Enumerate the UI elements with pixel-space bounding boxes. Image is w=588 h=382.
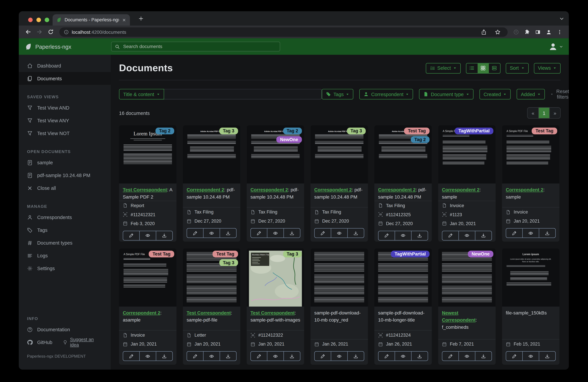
tag-badge[interactable]: Tag 3	[219, 259, 238, 266]
correspondent-link[interactable]: Test Correspondent	[187, 310, 231, 316]
tag-badge[interactable]: Test Tag	[213, 251, 238, 257]
sidebar-item-correspondents[interactable]: Correspondents	[19, 211, 111, 223]
document-thumbnail[interactable]: A Simple PDF FileTagWithPartial	[438, 125, 496, 183]
document-title[interactable]: file-sample_150kBs	[506, 310, 556, 317]
filter-added-button[interactable]: Added	[517, 89, 545, 100]
download-button[interactable]	[475, 231, 491, 240]
extension-circle-icon[interactable]	[513, 29, 519, 35]
document-card[interactable]: Adobe Acrobat PDF FilesTag 3Corresponden…	[183, 125, 240, 241]
view-button[interactable]	[267, 228, 283, 238]
edit-button[interactable]	[506, 228, 522, 238]
side-panel-icon[interactable]	[535, 29, 541, 35]
edit-button[interactable]	[442, 352, 458, 361]
filter-correspondent-button[interactable]: Correspondent	[359, 89, 413, 100]
view-button[interactable]	[139, 231, 156, 240]
correspondent-link[interactable]: Correspondent 2	[123, 310, 160, 316]
download-button[interactable]	[347, 228, 364, 238]
view-button[interactable]	[522, 352, 539, 361]
edit-button[interactable]	[123, 352, 139, 361]
document-thumbnail[interactable]: Adobe Acrobat PDF FilesTag 2NewOne	[247, 125, 304, 183]
document-title[interactable]: Test Correspondent: sample-pdf-with-imag…	[251, 310, 300, 324]
download-button[interactable]	[347, 352, 364, 361]
download-button[interactable]	[539, 352, 555, 361]
edit-button[interactable]	[123, 231, 139, 240]
document-title[interactable]: Correspondent 2: pdf-sample 10.24.48 PM	[314, 186, 364, 201]
correspondent-link[interactable]: Correspondent 2	[187, 187, 224, 193]
document-card[interactable]: A Simple PDF FileTagWithPartialCorrespon…	[438, 125, 496, 241]
download-button[interactable]	[283, 352, 300, 361]
document-thumbnail[interactable]: Test TagTag 3	[183, 248, 240, 307]
tag-badge[interactable]: Tag 3	[347, 127, 366, 134]
user-menu[interactable]	[548, 42, 563, 51]
view-button[interactable]	[331, 228, 347, 238]
brand[interactable]: Paperless-ngx	[25, 43, 111, 50]
sidebar-item-open-doc-pdf-sample[interactable]: pdf-sample 10.24.48 PM	[19, 169, 111, 181]
tab-close-icon[interactable]	[122, 18, 126, 22]
suggest-idea-link[interactable]: Suggest an idea	[63, 337, 103, 348]
sidebar-item-open-doc-sample[interactable]: sample	[19, 156, 111, 169]
download-button[interactable]	[475, 352, 491, 361]
document-card[interactable]: A Simple PDF FileTest TagCorrespondent 2…	[502, 125, 559, 241]
document-thumbnail[interactable]	[311, 248, 368, 307]
global-search[interactable]	[111, 42, 280, 51]
select-button[interactable]: Select	[426, 63, 461, 73]
document-thumbnail[interactable]: TagWithPartial	[374, 248, 432, 307]
edit-button[interactable]	[315, 228, 331, 238]
extensions-puzzle-icon[interactable]	[524, 29, 530, 35]
document-title[interactable]: Newest Correspondent: f_combineds	[442, 310, 492, 331]
document-card[interactable]: Adobe Acrobat PDF FilesTest TagTag 2Corr…	[374, 125, 432, 241]
tag-badge[interactable]: Tag 3	[219, 127, 238, 134]
tag-badge[interactable]: NewOne	[276, 136, 302, 143]
document-thumbnail[interactable]: NewOne	[438, 248, 496, 307]
download-button[interactable]	[220, 352, 236, 361]
view-button[interactable]	[522, 228, 539, 238]
reset-filters-button[interactable]: Reset filters	[551, 89, 569, 100]
tag-badge[interactable]: TagWithPartial	[455, 127, 493, 134]
filter-text-input[interactable]	[164, 89, 322, 100]
document-thumbnail[interactable]: Adobe Acrobat PDF FilesTag 3	[311, 125, 368, 183]
document-title[interactable]: Test Correspondent: A Sample PDF 2	[123, 186, 173, 201]
tag-badge[interactable]: Test Tag	[532, 127, 557, 134]
bookmark-star-icon[interactable]	[495, 29, 501, 35]
edit-button[interactable]	[442, 231, 458, 240]
document-thumbnail[interactable]: Lorem IpsumTag 2	[119, 125, 176, 183]
view-button[interactable]	[395, 352, 411, 361]
views-button[interactable]: Views	[534, 63, 561, 73]
tag-badge[interactable]: Tag 2	[283, 127, 302, 134]
new-tab-button[interactable]	[138, 16, 144, 21]
filter-tags-button[interactable]: Tags	[322, 89, 354, 100]
document-thumbnail[interactable]: Boundary Waters TripTag 3	[247, 248, 304, 307]
download-button[interactable]	[156, 231, 172, 240]
view-button[interactable]	[458, 352, 475, 361]
view-button[interactable]	[139, 352, 156, 361]
view-button[interactable]	[203, 228, 220, 238]
edit-button[interactable]	[251, 352, 267, 361]
current-page-button[interactable]: 1	[538, 108, 549, 118]
download-button[interactable]	[411, 352, 428, 361]
previous-page-button[interactable]: «	[527, 108, 538, 118]
view-grid-button[interactable]	[478, 63, 489, 73]
document-card[interactable]: Test TagTag 3Test Correspondent: sample-…	[183, 248, 240, 365]
document-title[interactable]: Correspondent 2: sample	[506, 186, 556, 201]
github-link[interactable]: GitHub	[37, 339, 52, 345]
tag-badge[interactable]: NewOne	[468, 251, 493, 257]
filter-field-button[interactable]: Title & content	[119, 89, 164, 100]
document-title[interactable]: Correspondent 2: pdf-sample 10.24.48 PM	[187, 186, 236, 201]
sidebar-item-settings[interactable]: Settings	[19, 262, 111, 275]
minimize-window-button[interactable]	[37, 18, 41, 22]
download-button[interactable]	[411, 231, 428, 240]
document-thumbnail[interactable]: Lorem ipsumLorem ipsum dolor sit amet, c…	[502, 248, 559, 307]
maximize-window-button[interactable]	[45, 18, 49, 22]
correspondent-link[interactable]: Test Correspondent	[251, 310, 295, 316]
download-button[interactable]	[283, 228, 300, 238]
sidebar-item-tags[interactable]: Tags	[19, 223, 111, 236]
download-button[interactable]	[156, 352, 172, 361]
tag-badge[interactable]: Tag 2	[411, 136, 430, 143]
sidebar-item-logs[interactable]: Logs	[19, 249, 111, 262]
search-input[interactable]	[122, 43, 276, 50]
view-button[interactable]	[267, 352, 283, 361]
document-card[interactable]: NewOneNewest Correspondent: f_combinedsF…	[438, 248, 496, 365]
tag-badge[interactable]: Tag 2	[155, 127, 174, 134]
view-button[interactable]	[203, 352, 220, 361]
document-thumbnail[interactable]: A Simple PDF FileTest Tag	[119, 248, 176, 307]
